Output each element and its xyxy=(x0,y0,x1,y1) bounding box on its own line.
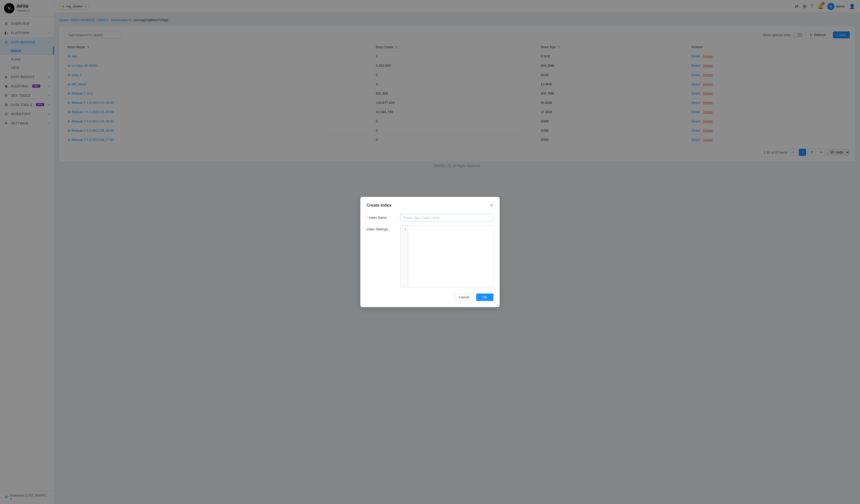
create-index-modal: Create Index ✕ * Index Name : Index Sett… xyxy=(360,197,500,307)
index-settings-label: Index Settings : xyxy=(367,225,400,231)
modal-header: Create Index ✕ xyxy=(367,203,493,208)
ok-button[interactable]: OK xyxy=(476,294,493,301)
line-numbers: 1 xyxy=(400,226,408,287)
modal-overlay: Create Index ✕ * Index Name : Index Sett… xyxy=(0,0,860,504)
modal-close-button[interactable]: ✕ xyxy=(490,203,493,208)
index-name-label: * Index Name : xyxy=(367,214,400,220)
modal-footer: Cancel OK xyxy=(367,294,493,301)
settings-editor-container: 1 xyxy=(400,225,493,287)
cancel-button[interactable]: Cancel xyxy=(455,294,474,301)
required-asterisk: * xyxy=(367,216,368,220)
index-name-row: * Index Name : xyxy=(367,214,493,221)
index-name-input[interactable] xyxy=(400,214,493,221)
modal-title: Create Index xyxy=(367,203,391,208)
settings-textarea[interactable] xyxy=(408,226,493,287)
line-1: 1 xyxy=(402,228,406,232)
index-settings-row: Index Settings : 1 xyxy=(367,225,493,287)
settings-editor-wrapper: 1 xyxy=(400,225,493,287)
